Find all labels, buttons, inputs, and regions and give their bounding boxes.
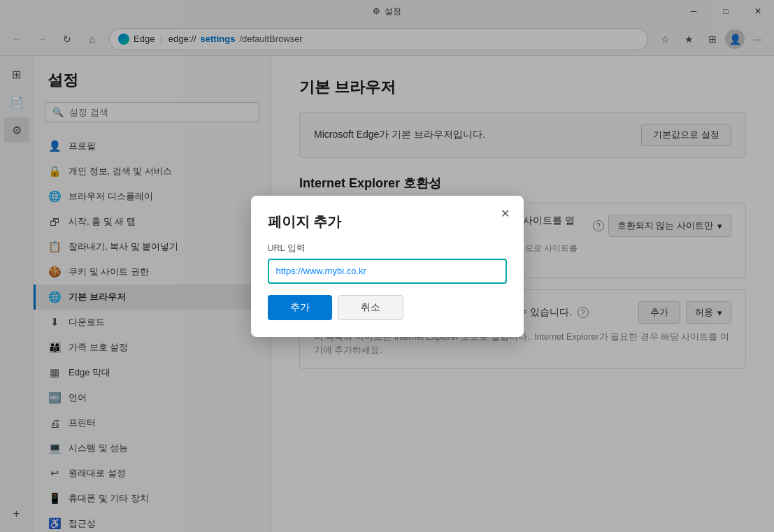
dialog-add-button[interactable]: 추가 [268, 295, 332, 320]
dialog-cancel-button[interactable]: 취소 [338, 295, 403, 320]
dialog-overlay: 페이지 추가 ✕ URL 입력 추가 취소 [0, 0, 774, 532]
dialog-url-input[interactable] [268, 259, 507, 284]
dialog-buttons: 추가 취소 [268, 295, 507, 320]
add-page-dialog: 페이지 추가 ✕ URL 입력 추가 취소 [251, 196, 524, 337]
dialog-url-label: URL 입력 [268, 243, 507, 254]
dialog-title: 페이지 추가 [268, 213, 507, 231]
dialog-close-button[interactable]: ✕ [496, 204, 515, 224]
